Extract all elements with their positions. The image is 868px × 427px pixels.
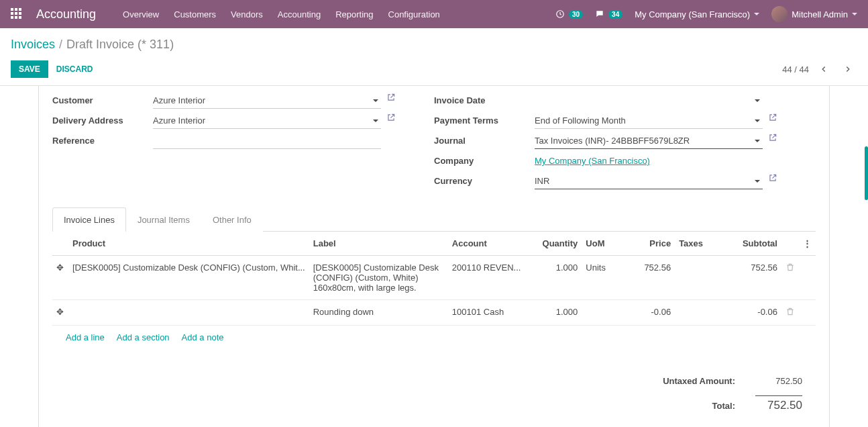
label-currency: Currency xyxy=(434,173,535,186)
tab-other-info[interactable]: Other Info xyxy=(201,207,263,232)
external-link-icon xyxy=(386,93,396,102)
col-product[interactable]: Product xyxy=(68,232,309,256)
external-link-icon xyxy=(768,113,777,122)
save-button[interactable]: SAVE xyxy=(11,60,48,78)
delete-row[interactable] xyxy=(781,300,799,326)
input-delivery[interactable] xyxy=(153,113,381,129)
pager-text: 44 / 44 xyxy=(782,64,809,75)
total-value: 752.50 xyxy=(755,395,802,412)
drag-handle[interactable]: ✥ xyxy=(52,300,68,326)
user-menu[interactable]: Mitchell Admin xyxy=(771,6,857,22)
col-uom[interactable]: UoM xyxy=(582,232,622,256)
link-company[interactable]: My Company (San Francisco) xyxy=(535,153,650,166)
input-currency[interactable] xyxy=(535,173,763,189)
chevron-down-icon xyxy=(754,13,759,15)
columns-menu[interactable]: ⋮ xyxy=(799,232,816,256)
cell-price: 752.56 xyxy=(622,256,675,300)
cell-account: 200110 REVEN... xyxy=(452,263,525,273)
scrollbar-thumb[interactable] xyxy=(865,146,868,200)
app-brand[interactable]: Accounting xyxy=(36,7,96,21)
nav-vendors[interactable]: Vendors xyxy=(231,9,263,19)
activity-count: 30 xyxy=(569,10,583,19)
table-row[interactable]: ✥ [DESK0005] Customizable Desk (CONFIG) … xyxy=(52,256,816,300)
nav-customers[interactable]: Customers xyxy=(174,9,216,19)
external-link-delivery[interactable] xyxy=(386,113,396,124)
breadcrumb-root[interactable]: Invoices xyxy=(11,38,55,52)
col-quantity[interactable]: Quantity xyxy=(529,232,582,256)
nav-overview[interactable]: Overview xyxy=(123,9,159,19)
activity-button[interactable]: 30 xyxy=(555,9,583,19)
col-account[interactable]: Account xyxy=(448,232,529,256)
input-invoice-date[interactable] xyxy=(535,93,763,108)
cell-account: 100101 Cash xyxy=(448,300,529,326)
cell-product xyxy=(68,300,309,326)
add-line[interactable]: Add a line xyxy=(66,332,105,342)
trash-icon xyxy=(785,307,795,316)
nav-accounting[interactable]: Accounting xyxy=(278,9,321,19)
cell-subtotal: -0.06 xyxy=(715,300,781,326)
external-link-currency[interactable] xyxy=(768,173,777,185)
form-left-column: Customer Delivery Address xyxy=(52,93,434,193)
input-payment-terms[interactable] xyxy=(535,113,763,129)
company-switcher[interactable]: My Company (San Francisco) xyxy=(635,9,759,19)
cell-quantity: 1.000 xyxy=(529,300,582,326)
nav-menu: Overview Customers Vendors Accounting Re… xyxy=(123,9,440,19)
drag-handle[interactable]: ✥ xyxy=(52,256,68,300)
apps-icon[interactable] xyxy=(11,8,23,20)
chevron-down-icon xyxy=(852,13,857,15)
col-subtotal[interactable]: Subtotal xyxy=(715,232,781,256)
cell-price: -0.06 xyxy=(622,300,675,326)
input-journal[interactable] xyxy=(535,133,763,149)
external-link-payment-terms[interactable] xyxy=(768,113,777,124)
col-taxes[interactable]: Taxes xyxy=(675,232,715,256)
add-note[interactable]: Add a note xyxy=(182,332,224,342)
messaging-button[interactable]: 34 xyxy=(595,9,622,19)
tab-journal-items[interactable]: Journal Items xyxy=(126,207,201,232)
field-company: Company My Company (San Francisco) xyxy=(434,153,816,171)
label-payment-terms: Payment Terms xyxy=(434,113,535,126)
total-label: Total: xyxy=(712,401,735,411)
breadcrumb-current: Draft Invoice (* 311) xyxy=(66,38,174,52)
external-link-icon xyxy=(768,173,777,183)
input-customer[interactable] xyxy=(153,93,381,109)
totals: Untaxed Amount: 752.50 Total: 752.50 xyxy=(641,349,816,427)
trash-icon xyxy=(785,263,795,272)
field-reference: Reference xyxy=(52,133,434,150)
external-link-icon xyxy=(386,113,396,122)
col-price[interactable]: Price xyxy=(622,232,675,256)
user-name: Mitchell Admin xyxy=(792,9,848,19)
breadcrumb-separator: / xyxy=(59,38,62,52)
field-currency: Currency xyxy=(434,173,816,191)
clock-icon xyxy=(555,9,565,19)
nav-reporting[interactable]: Reporting xyxy=(335,9,373,19)
company-name: My Company (San Francisco) xyxy=(635,9,750,19)
field-journal: Journal xyxy=(434,133,816,150)
discard-button[interactable]: DISCARD xyxy=(48,60,101,78)
label-reference: Reference xyxy=(52,133,153,146)
table-row[interactable]: ✥ Rounding down 100101 Cash 1.000 -0.06 … xyxy=(52,300,816,326)
cell-quantity: 1.000 xyxy=(529,256,582,300)
external-link-customer[interactable] xyxy=(386,93,396,104)
cell-label: Rounding down xyxy=(309,300,448,326)
chat-icon xyxy=(595,9,604,19)
navbar: Accounting Overview Customers Vendors Ac… xyxy=(0,0,868,28)
pager-next[interactable] xyxy=(838,60,857,79)
input-reference[interactable] xyxy=(153,133,381,149)
external-link-journal[interactable] xyxy=(768,133,777,144)
nav-right: 30 34 My Company (San Francisco) Mitchel… xyxy=(555,6,857,22)
cell-taxes xyxy=(675,300,715,326)
tab-invoice-lines[interactable]: Invoice Lines xyxy=(52,207,126,232)
cell-uom: Units xyxy=(582,256,622,300)
form-sheet: Customer Delivery Address xyxy=(38,86,830,427)
add-section[interactable]: Add a section xyxy=(117,332,170,342)
nav-configuration[interactable]: Configuration xyxy=(388,9,440,19)
field-delivery: Delivery Address xyxy=(52,113,434,130)
pager-prev[interactable] xyxy=(814,60,833,79)
untaxed-label: Untaxed Amount: xyxy=(663,376,735,386)
field-invoice-date: Invoice Date xyxy=(434,93,816,110)
breadcrumb: Invoices / Draft Invoice (* 311) xyxy=(0,28,868,56)
col-label[interactable]: Label xyxy=(309,232,448,256)
delete-row[interactable] xyxy=(781,256,799,300)
field-customer: Customer xyxy=(52,93,434,110)
chevron-right-icon xyxy=(843,64,853,74)
